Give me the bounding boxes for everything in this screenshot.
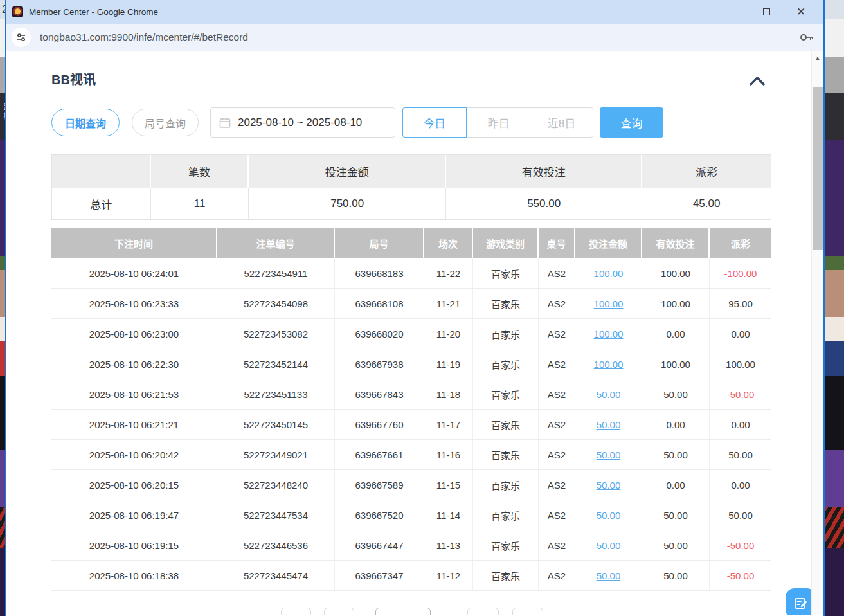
bet-amount-link[interactable]: 50.00 xyxy=(597,389,621,400)
cell-bet-amount: 50.00 xyxy=(575,379,642,409)
vertical-scrollbar[interactable]: ▲ xyxy=(811,51,823,615)
last8-label: 近8日 xyxy=(548,114,575,131)
cell-bet-id: 522723448240 xyxy=(217,470,335,500)
summary-header-blank xyxy=(52,155,151,188)
scrollbar-up-arrow[interactable]: ▲ xyxy=(814,54,822,62)
cell-bet-time: 2025-08-10 06:24:01 xyxy=(51,258,217,288)
pagination-button[interactable] xyxy=(467,608,499,615)
site-settings-button[interactable] xyxy=(12,28,31,47)
close-button[interactable]: ✕ xyxy=(784,0,818,24)
pagination-button[interactable] xyxy=(324,608,354,615)
bet-amount-link[interactable]: 50.00 xyxy=(597,419,621,430)
cell-bet-time: 2025-08-10 06:23:33 xyxy=(51,289,217,318)
url-text[interactable]: tongbao31.com:9900/infe/mcenter/#/betRec… xyxy=(40,32,248,43)
header-table-no: 桌号 xyxy=(539,228,575,258)
cell-session: 11-19 xyxy=(424,349,473,379)
cell-table-no: AS2 xyxy=(539,500,575,530)
bet-amount-link[interactable]: 50.00 xyxy=(597,570,621,581)
cell-bet-amount: 50.00 xyxy=(575,530,642,560)
header-game-type: 游戏类别 xyxy=(473,228,539,258)
cell-bet-time: 2025-08-10 06:19:15 xyxy=(51,530,217,560)
cell-round-id: 639667938 xyxy=(335,349,424,379)
bet-amount-link[interactable]: 50.00 xyxy=(597,510,621,521)
bet-amount-link[interactable]: 100.00 xyxy=(594,268,624,279)
table-row: 2025-08-10 06:18:38 522723445474 6396673… xyxy=(51,561,771,591)
bet-amount-link[interactable]: 100.00 xyxy=(594,298,624,309)
today-label: 今日 xyxy=(424,114,445,131)
cell-bet-amount: 100.00 xyxy=(575,289,642,318)
summary-header-bet-amount: 投注金额 xyxy=(249,155,445,188)
window-title: Member Center - Google Chrome xyxy=(29,7,158,17)
cell-bet-time: 2025-08-10 06:18:38 xyxy=(51,561,217,590)
search-button-label: 查询 xyxy=(621,114,643,131)
cell-payout: -100.00 xyxy=(710,258,771,288)
header-bet-amount: 投注金额 xyxy=(575,228,642,258)
yesterday-label: 昨日 xyxy=(488,114,510,131)
quick-today-button[interactable]: 今日 xyxy=(402,107,467,138)
bet-record-table: 下注时间 注单编号 局号 场次 游戏类别 桌号 投注金额 有效投注 派彩 202… xyxy=(51,228,771,591)
scrollbar-thumb[interactable] xyxy=(813,87,823,250)
summary-header-row: 笔数 投注金额 有效投注 派彩 xyxy=(52,155,771,188)
cell-round-id: 639667760 xyxy=(335,410,424,439)
cell-game-type: 百家乐 xyxy=(473,410,539,439)
pagination-button[interactable] xyxy=(512,608,543,615)
collapse-section-button[interactable] xyxy=(747,73,768,89)
cell-session: 11-12 xyxy=(424,561,473,590)
chevron-up-icon xyxy=(749,76,766,86)
minimize-button[interactable] xyxy=(714,0,749,24)
cell-bet-time: 2025-08-10 06:20:15 xyxy=(51,470,217,500)
pagination-page-size-select[interactable] xyxy=(375,608,431,615)
bet-amount-link[interactable]: 100.00 xyxy=(594,329,624,340)
window-titlebar[interactable]: Member Center - Google Chrome ✕ xyxy=(6,0,823,24)
cell-table-no: AS2 xyxy=(539,530,575,560)
cell-game-type: 百家乐 xyxy=(473,258,539,288)
table-row: 2025-08-10 06:19:47 522723447534 6396675… xyxy=(51,500,771,530)
summary-bet-amount-value: 750.00 xyxy=(249,188,445,219)
bet-amount-link[interactable]: 100.00 xyxy=(594,359,624,370)
minimize-icon xyxy=(728,12,736,12)
calendar-icon xyxy=(219,117,231,129)
bet-amount-link[interactable]: 50.00 xyxy=(597,449,621,460)
browser-urlbar[interactable]: tongbao31.com:9900/infe/mcenter/#/betRec… xyxy=(6,24,823,51)
summary-payout-value: 45.00 xyxy=(642,188,771,219)
cell-payout: 0.00 xyxy=(710,470,771,500)
table-row: 2025-08-10 06:20:42 522723449021 6396676… xyxy=(51,440,771,470)
bet-amount-link[interactable]: 50.00 xyxy=(597,540,621,551)
cell-payout: 0.00 xyxy=(710,319,771,349)
cell-bet-time: 2025-08-10 06:19:47 xyxy=(51,500,217,530)
date-range-picker[interactable]: 2025-08-10 ~ 2025-08-10 xyxy=(210,107,395,138)
password-key-icon[interactable] xyxy=(799,31,814,44)
cell-bet-id: 522723451133 xyxy=(217,379,335,409)
quick-yesterday-button[interactable]: 昨日 xyxy=(467,108,530,137)
page-content: BB视讯 日期查询 局号查询 2025-08-10 xyxy=(6,51,823,615)
cell-session: 11-20 xyxy=(424,319,473,349)
cell-bet-amount: 100.00 xyxy=(575,349,642,379)
round-query-tab[interactable]: 局号查询 xyxy=(132,109,199,136)
cell-bet-id: 522723452144 xyxy=(217,349,335,379)
table-row: 2025-08-10 06:24:01 522723454911 6396681… xyxy=(51,258,771,289)
cell-valid-bet: 100.00 xyxy=(642,349,710,379)
bet-amount-link[interactable]: 50.00 xyxy=(597,480,621,491)
date-query-tab[interactable]: 日期查询 xyxy=(51,109,120,136)
cell-bet-amount: 100.00 xyxy=(575,258,642,288)
cell-bet-time: 2025-08-10 06:21:53 xyxy=(51,379,217,409)
pagination-button[interactable] xyxy=(281,608,311,615)
cell-bet-amount: 50.00 xyxy=(575,440,642,469)
cell-payout: 100.00 xyxy=(710,349,771,379)
header-session: 场次 xyxy=(424,228,473,258)
cell-round-id: 639668183 xyxy=(335,258,424,288)
cell-bet-id: 522723449021 xyxy=(217,440,335,469)
quick-range-group: 今日 昨日 近8日 xyxy=(402,107,593,138)
summary-total-label: 总计 xyxy=(52,188,151,219)
cell-table-no: AS2 xyxy=(539,410,575,439)
cell-payout: 0.00 xyxy=(710,410,771,439)
quick-last8-button[interactable]: 近8日 xyxy=(530,108,593,137)
cell-table-no: AS2 xyxy=(539,470,575,500)
cell-valid-bet: 50.00 xyxy=(642,530,710,560)
summary-header-count: 笔数 xyxy=(151,155,249,188)
tune-icon xyxy=(16,32,26,42)
table-row: 2025-08-10 06:21:53 522723451133 6396678… xyxy=(51,379,771,410)
maximize-button[interactable] xyxy=(749,0,784,24)
search-button[interactable]: 查询 xyxy=(600,107,663,138)
cell-bet-amount: 50.00 xyxy=(575,410,642,439)
